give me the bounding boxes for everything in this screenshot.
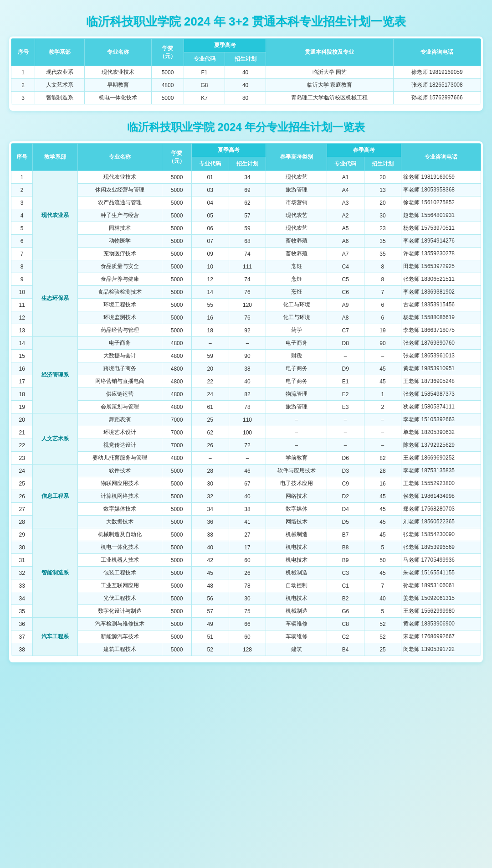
cell-plan1: 40 (229, 490, 266, 503)
cell-spring-cat: 畜牧养殖 (266, 235, 327, 248)
cell-dept: 生态环保系 (33, 260, 78, 337)
table1-cell: 2 (11, 79, 35, 92)
table-row: 17网络营销与直播电商48002240电子商务E145王老师 187369052… (11, 375, 481, 388)
cell-plan2: 20 (364, 196, 401, 209)
cell-no: 32 (11, 567, 33, 579)
table-row: 4种子生产与经营50000557现代农艺A230赵老师 15564801931 (11, 209, 481, 222)
table-row: 23婴幼儿托育服务与管理4800––学前教育D682王老师 1866969025… (11, 452, 481, 465)
th-major: 专业名称 (85, 39, 152, 66)
cell-spring-cat: 财税 (266, 350, 327, 362)
table1-cell: 现代农业系 (35, 66, 85, 79)
cell-spring-cat: 电子商务 (266, 362, 327, 375)
cell-code1: – (191, 452, 229, 465)
table1-cell: 临沂大学 园艺 (266, 66, 394, 79)
cell-plan1: 100 (229, 426, 266, 439)
cell-fee: 5000 (162, 618, 192, 630)
table1-cell: 40 (225, 66, 266, 79)
table1-cell: 1 (11, 66, 35, 79)
table1-cell: 40 (225, 79, 266, 92)
cell-spring-cat: 机电技术 (266, 592, 327, 605)
cell-major: 食品质量与安全 (78, 260, 162, 273)
cell-contact: 单老师 18205390632 (401, 426, 481, 439)
cell-contact: 李老师 18954914276 (401, 235, 481, 248)
cell-contact: 黄老师 19853910951 (401, 362, 481, 375)
cell-code2: C9 (327, 477, 364, 490)
cell-spring-cat: 化工与环境 (266, 311, 327, 324)
cell-contact: 古老师 18353915456 (401, 299, 481, 311)
table-row: 18供应链运营48002482物流管理E21张老师 15854987373 (11, 388, 481, 401)
th-through: 贯通本科院校及专业 (266, 39, 394, 66)
cell-major: 跨境电子商务 (78, 362, 162, 375)
cell-code2: A7 (327, 248, 364, 260)
cell-code1: 12 (191, 273, 229, 286)
cell-major: 环境艺术设计 (78, 426, 162, 439)
cell-code2: C2 (327, 630, 364, 643)
cell-spring-cat: 建筑 (266, 643, 327, 656)
cell-spring-cat: 网络技术 (266, 490, 327, 503)
t2-th-dept: 教学系部 (33, 144, 78, 171)
cell-major: 食品检验检测技术 (78, 286, 162, 299)
cell-major: 供应链运营 (78, 388, 162, 401)
cell-no: 6 (11, 235, 33, 248)
cell-major: 软件技术 (78, 465, 162, 477)
cell-code1: 04 (191, 196, 229, 209)
cell-dept: 汽车工程系 (33, 618, 78, 656)
cell-major: 包装工程技术 (78, 567, 162, 579)
cell-code2: E1 (327, 375, 364, 388)
cell-major: 工业机器人技术 (78, 554, 162, 567)
t2-th-spring: 春季高考 (327, 144, 401, 157)
cell-fee: 5000 (162, 592, 192, 605)
cell-contact: 朱老师 15165541155 (401, 567, 481, 579)
t2-th-summer: 夏季高考 (191, 144, 266, 157)
cell-code1: 40 (191, 541, 229, 554)
cell-dept: 人文艺术系 (33, 413, 78, 465)
cell-contact: 王老师 18669690252 (401, 452, 481, 465)
cell-plan1: 46 (229, 465, 266, 477)
cell-fee: 5000 (162, 490, 192, 503)
table-row: 29智能制造系机械制造及自动化50003827机械制造B745张老师 15854… (11, 528, 481, 541)
cell-code2: D4 (327, 503, 364, 516)
cell-fee: 5000 (162, 465, 192, 477)
cell-plan1: 17 (229, 541, 266, 554)
cell-contact: 杨老师 15588086619 (401, 311, 481, 324)
table-row: 11环境工程技术500055120化工与环境A96古老师 18353915456 (11, 299, 481, 311)
cell-no: 8 (11, 260, 33, 273)
cell-code2: C8 (327, 618, 364, 630)
cell-plan2: – (364, 413, 401, 426)
cell-fee: 5000 (162, 171, 192, 184)
cell-code2: B4 (327, 643, 364, 656)
cell-spring-cat: 现代农艺 (266, 209, 327, 222)
cell-plan1: 72 (229, 439, 266, 452)
table-row: 28大数据技术50003641网络技术D545刘老师 18560522365 (11, 516, 481, 528)
cell-code2: C6 (327, 286, 364, 299)
cell-no: 29 (11, 528, 33, 541)
cell-major: 数字化设计与制造 (78, 605, 162, 618)
cell-code2: D9 (327, 362, 364, 375)
cell-plan1: 76 (229, 286, 266, 299)
page-title-2: 临沂科技职业学院 2024 年分专业招生计划一览表 (9, 120, 483, 134)
cell-no: 3 (11, 196, 33, 209)
cell-contact: 王老师 15562999980 (401, 605, 481, 618)
cell-spring-cat: 化工与环境 (266, 299, 327, 311)
cell-contact: 李老师 18053958368 (401, 184, 481, 196)
cell-fee: 4800 (162, 337, 192, 350)
cell-spring-cat: 学前教育 (266, 452, 327, 465)
table-row: 16跨境电子商务48002038电子商务D945黄老师 19853910951 (11, 362, 481, 375)
cell-plan2: 5 (364, 541, 401, 554)
cell-contact: 张老师 18769390760 (401, 337, 481, 350)
cell-plan2: 45 (364, 503, 401, 516)
t2-th-no: 序号 (11, 144, 33, 171)
table1-cell: 4800 (151, 79, 184, 92)
cell-plan2: 19 (364, 324, 401, 337)
cell-code1: – (191, 337, 229, 350)
table-row: 22视觉传达设计70002672–––陈老师 13792925629 (11, 439, 481, 452)
cell-code1: 56 (191, 592, 229, 605)
table1-cell: 孙老师 15762997666 (393, 92, 481, 104)
cell-plan2: 6 (364, 299, 401, 311)
cell-plan2: 20 (364, 171, 401, 184)
cell-no: 33 (11, 579, 33, 592)
cell-contact: 马老师 17705499936 (401, 554, 481, 567)
cell-spring-cat: 物流管理 (266, 388, 327, 401)
cell-plan1: – (229, 337, 266, 350)
cell-code1: 59 (191, 350, 229, 362)
